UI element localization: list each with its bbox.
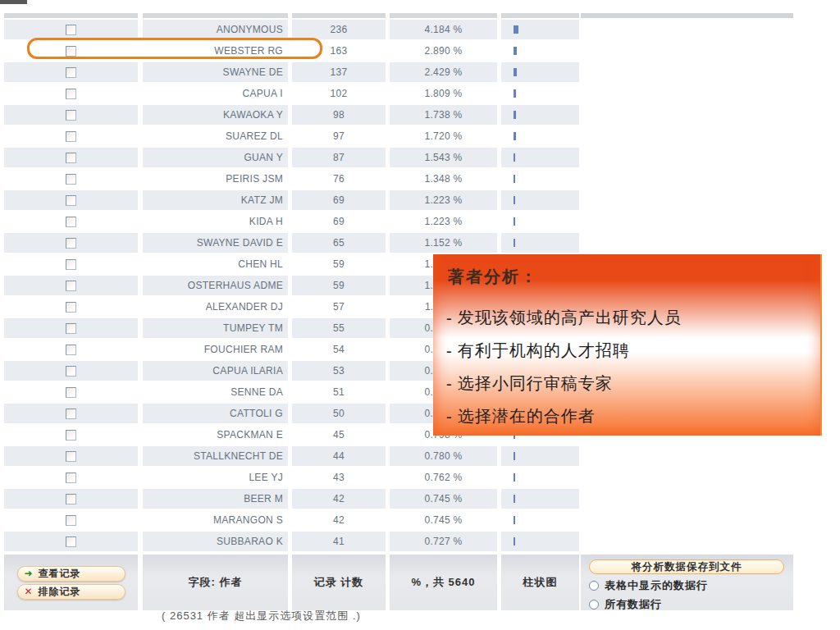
bar-cell (501, 148, 579, 167)
row-checkbox[interactable] (66, 387, 76, 398)
header-strip-save-col (581, 13, 793, 18)
checkbox-cell (4, 297, 138, 317)
checkbox-cell (4, 276, 138, 295)
radio-all-rows[interactable] (589, 600, 599, 609)
checkbox-cell (4, 510, 138, 530)
row-checkbox[interactable] (66, 281, 76, 291)
author-name: GUAN Y (143, 148, 288, 167)
table-row: GUAN Y871.543 % (0, 148, 840, 167)
radio-visible-rows-label: 表格中显示的数据行 (605, 578, 708, 593)
author-name: SUAREZ DL (143, 126, 288, 146)
table-row: CAPUA I1021.809 % (0, 84, 840, 103)
record-percent: 0.780 % (390, 446, 497, 466)
percent-bar (514, 132, 516, 140)
record-percent: 2.890 % (390, 41, 497, 61)
row-checkbox[interactable] (66, 472, 76, 483)
percent-bar (514, 516, 515, 524)
row-checkbox[interactable] (66, 430, 76, 441)
row-checkbox[interactable] (66, 195, 76, 206)
footer-field-label: 字段: 作者 (143, 555, 288, 610)
percent-bar (514, 68, 517, 76)
callout-bullet: - 有利于机构的人才招聘 (446, 334, 820, 367)
author-name: FOUCHIER RAM (143, 340, 288, 359)
percent-bar (514, 537, 515, 546)
row-checkbox[interactable] (66, 451, 76, 462)
row-checkbox[interactable] (66, 238, 76, 249)
row-checkbox[interactable] (66, 131, 76, 142)
record-count: 45 (292, 425, 386, 445)
bar-cell (501, 233, 579, 253)
header-strip-count-col (292, 13, 386, 18)
row-checkbox[interactable] (66, 345, 76, 355)
header-strip-checkbox-col (4, 13, 138, 18)
row-checkbox[interactable] (66, 259, 76, 270)
checkbox-cell (4, 169, 138, 189)
save-to-file-button[interactable]: 将分析数据保存到文件 (589, 559, 784, 574)
callout-title: 著者分析： (448, 266, 820, 288)
record-percent: 1.223 % (390, 190, 497, 210)
bar-cell (501, 84, 579, 103)
record-percent: 2.429 % (390, 62, 497, 82)
percent-bar (514, 111, 516, 119)
bar-cell (501, 169, 579, 189)
author-name: CATTOLI G (143, 404, 288, 423)
view-records-label: 查看记录 (39, 567, 81, 581)
radio-all-rows-label: 所有数据行 (605, 597, 662, 612)
author-name: STALLKNECHT DE (143, 446, 288, 466)
row-checkbox[interactable] (66, 25, 76, 35)
record-count: 50 (292, 404, 386, 423)
table-row: SWAYNE DE1372.429 % (0, 62, 840, 82)
callout-bullet: - 发现该领域的高产出研究人员 (446, 301, 820, 334)
table-row: KIDA H691.223 % (0, 212, 840, 231)
radio-visible-rows[interactable] (589, 581, 599, 591)
record-percent: 1.809 % (390, 84, 497, 103)
author-name: SWAYNE DAVID E (143, 233, 288, 253)
footer-barchart-label: 柱状图 (501, 555, 579, 610)
row-checkbox[interactable] (66, 153, 76, 163)
record-percent: 0.745 % (390, 489, 497, 509)
bar-cell (501, 212, 579, 231)
percent-bar (514, 196, 515, 204)
table-row: STALLKNECHT DE440.780 % (0, 446, 840, 466)
header-strip-author-col (143, 13, 288, 18)
view-records-button[interactable]: ➜ 查看记录 (17, 566, 126, 582)
author-name: BEER M (143, 489, 288, 509)
table-row: KAWAOKA Y981.738 % (0, 105, 840, 125)
callout-bullet: - 选择潜在的合作者 (446, 399, 820, 432)
row-checkbox[interactable] (66, 366, 76, 377)
highlight-annotation-rectangle (27, 38, 322, 59)
author-name: LEE YJ (143, 468, 288, 487)
row-checkbox[interactable] (66, 494, 76, 504)
bar-cell (501, 62, 579, 82)
exclude-records-button[interactable]: ✕ 排除记录 (17, 584, 126, 600)
record-count: 54 (292, 340, 386, 359)
row-checkbox[interactable] (66, 323, 76, 334)
row-checkbox[interactable] (66, 67, 76, 78)
clipped-header-fragment (0, 0, 27, 4)
row-checkbox[interactable] (66, 409, 76, 419)
author-name: KAWAOKA Y (143, 105, 288, 125)
record-percent: 0.762 % (390, 468, 497, 487)
record-count: 65 (292, 233, 386, 253)
row-checkbox[interactable] (66, 515, 76, 526)
red-x-icon: ✕ (25, 586, 34, 597)
author-name: SENNE DA (143, 382, 288, 402)
header-strip-bar-col (501, 13, 579, 18)
row-checkbox[interactable] (66, 89, 76, 99)
row-checkbox[interactable] (66, 536, 76, 547)
row-checkbox[interactable] (66, 217, 76, 227)
callout-bullet: - 选择小同行审稿专家 (446, 367, 820, 399)
record-percent: 1.152 % (390, 233, 497, 253)
percent-bar (514, 239, 515, 247)
exclude-records-label: 排除记录 (39, 585, 81, 599)
author-name: OSTERHAUS ADME (143, 276, 288, 295)
checkbox-cell (4, 84, 138, 103)
author-name: TUMPEY TM (143, 318, 288, 338)
percent-bar (514, 89, 516, 98)
row-checkbox[interactable] (66, 302, 76, 313)
row-checkbox[interactable] (66, 174, 76, 185)
checkbox-cell (4, 190, 138, 210)
record-percent: 1.348 % (390, 169, 497, 189)
record-count: 42 (292, 510, 386, 530)
row-checkbox[interactable] (66, 110, 76, 121)
